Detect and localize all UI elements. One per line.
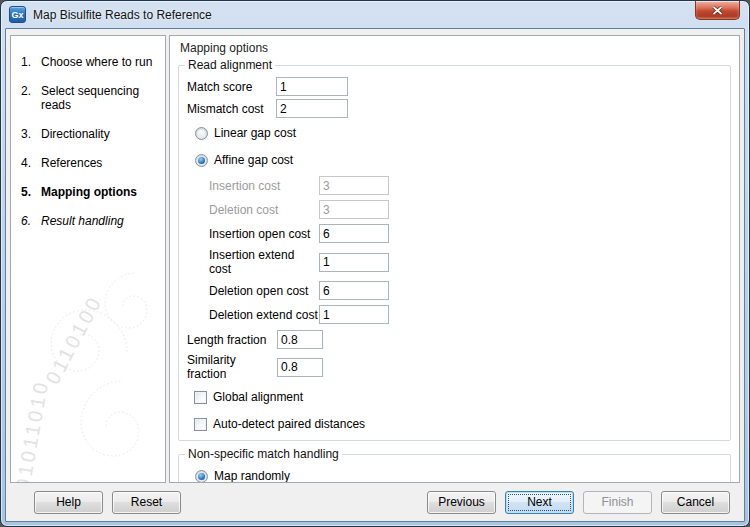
read-alignment-group: Read alignment Match score Mismatch cost… <box>178 58 731 441</box>
map-randomly-radio[interactable]: Map randomly <box>195 469 722 483</box>
deletion-open-cost-label: Deletion open cost <box>209 284 319 298</box>
global-alignment-checkbox[interactable]: Global alignment <box>194 390 722 404</box>
svg-text:01011010: 01011010 <box>11 378 52 483</box>
linear-gap-cost-label: Linear gap cost <box>214 126 296 140</box>
auto-detect-paired-distances-checkbox[interactable]: Auto-detect paired distances <box>194 417 722 431</box>
radio-icon[interactable] <box>195 127 208 140</box>
mismatch-cost-input[interactable] <box>276 99 348 118</box>
similarity-fraction-input[interactable] <box>277 358 323 377</box>
checkbox-icon[interactable] <box>194 391 207 404</box>
deletion-extend-cost-input[interactable] <box>319 305 389 324</box>
map-randomly-label: Map randomly <box>214 469 290 483</box>
help-button[interactable]: Help <box>34 491 103 514</box>
non-specific-match-handling-group: Non-specific match handling Map randomly… <box>178 447 731 483</box>
match-score-label: Match score <box>187 80 276 94</box>
radio-selected-icon[interactable] <box>195 470 208 483</box>
wizard-steps-sidebar: 1. Choose where to run 2. Select sequenc… <box>10 35 166 483</box>
insertion-extend-cost-input[interactable] <box>319 253 389 272</box>
step-label: References <box>41 156 102 170</box>
global-alignment-label: Global alignment <box>213 390 303 404</box>
sidebar-item-mapping-options-current: 5. Mapping options <box>11 177 165 206</box>
finish-button: Finish <box>583 491 652 514</box>
deletion-cost-label: Deletion cost <box>209 203 319 217</box>
sidebar-item-references: 4. References <box>11 148 165 177</box>
button-bar: Help Reset Previous Next Finish Cancel <box>6 485 744 521</box>
svg-text:0110100: 0110100 <box>41 292 106 388</box>
page-title: Mapping options <box>178 39 731 58</box>
close-button[interactable] <box>695 1 740 20</box>
dialog-body: 1. Choose where to run 2. Select sequenc… <box>5 28 745 522</box>
deletion-cost-input <box>319 200 389 219</box>
step-label: Result handling <box>41 214 124 228</box>
next-button[interactable]: Next <box>505 491 574 514</box>
auto-detect-paired-distances-label: Auto-detect paired distances <box>213 417 365 431</box>
dialog-window: Gx Map Bisulfite Reads to Reference 1. C… <box>0 0 750 527</box>
cancel-button[interactable]: Cancel <box>661 491 730 514</box>
insertion-open-cost-label: Insertion open cost <box>209 227 319 241</box>
window-title: Map Bisulfite Reads to Reference <box>33 8 212 22</box>
step-label: Choose where to run <box>41 55 152 69</box>
deletion-open-cost-input[interactable] <box>319 281 389 300</box>
non-specific-group-title: Non-specific match handling <box>185 447 342 461</box>
radio-selected-icon[interactable] <box>195 154 208 167</box>
length-fraction-input[interactable] <box>277 330 323 349</box>
step-label: Directionality <box>41 127 110 141</box>
match-score-input[interactable] <box>276 77 348 96</box>
sidebar-item-choose-where-to-run: 1. Choose where to run <box>11 47 165 76</box>
sidebar-item-select-sequencing-reads: 2. Select sequencing reads <box>11 76 165 119</box>
insertion-cost-input <box>319 176 389 195</box>
sidebar-item-directionality: 3. Directionality <box>11 119 165 148</box>
insertion-open-cost-input[interactable] <box>319 224 389 243</box>
read-alignment-group-title: Read alignment <box>185 58 275 72</box>
affine-gap-cost-label: Affine gap cost <box>214 153 293 167</box>
step-label: Select sequencing reads <box>41 84 163 112</box>
affine-gap-cost-radio[interactable]: Affine gap cost <box>195 153 722 167</box>
checkbox-icon[interactable] <box>194 418 207 431</box>
length-fraction-label: Length fraction <box>187 333 277 347</box>
close-icon <box>712 6 723 15</box>
title-bar[interactable]: Gx Map Bisulfite Reads to Reference <box>1 1 749 28</box>
mapping-options-panel: Mapping options Read alignment Match sco… <box>169 35 740 483</box>
insertion-cost-label: Insertion cost <box>209 179 319 193</box>
step-label: Mapping options <box>41 185 137 199</box>
decorative-watermark: 0110100 01011010 <box>11 266 166 483</box>
linear-gap-cost-radio[interactable]: Linear gap cost <box>195 126 722 140</box>
previous-button[interactable]: Previous <box>427 491 496 514</box>
mismatch-cost-label: Mismatch cost <box>187 102 276 116</box>
deletion-extend-cost-label: Deletion extend cost <box>209 308 319 322</box>
insertion-extend-cost-label: Insertion extend cost <box>209 248 319 276</box>
similarity-fraction-label: Similarity fraction <box>187 353 277 381</box>
reset-button[interactable]: Reset <box>112 491 181 514</box>
app-icon: Gx <box>9 6 26 23</box>
sidebar-item-result-handling: 6. Result handling <box>11 206 165 235</box>
